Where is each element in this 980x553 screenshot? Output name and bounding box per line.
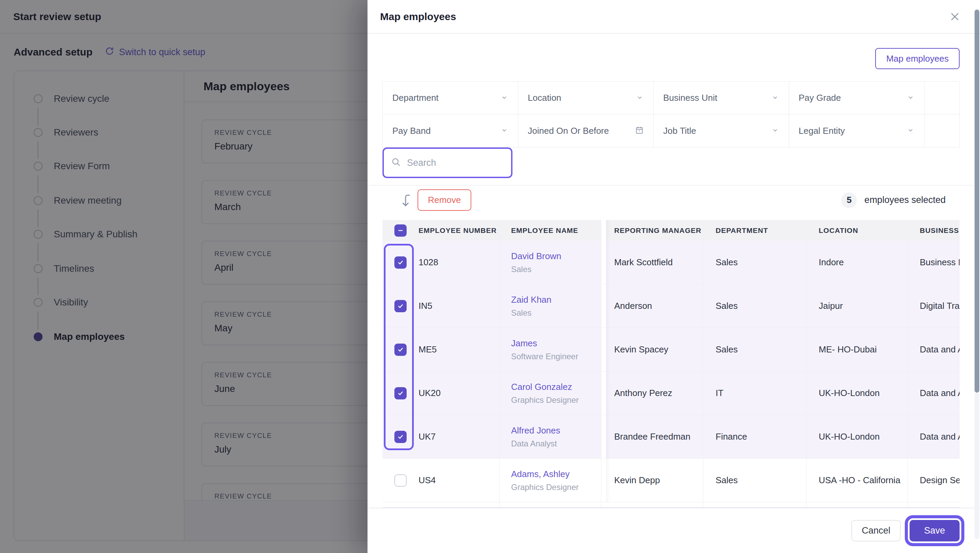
table-row: 1028 David Brown Sales Mark Scottfield S… [382,241,959,284]
employee-name-link[interactable]: Zaid Khan [511,295,552,305]
employee-role: Sales [511,265,531,274]
column-header-employee-number[interactable]: EMPLOYEE NUMBER [418,220,500,241]
map-employees-button[interactable]: Map employees [875,48,959,69]
table-row: IN5 Zaid Khan Sales Anderson Sales Jaipu… [382,284,959,328]
partial-table-row [382,502,959,508]
chevron-down-icon [907,126,915,135]
row-checkbox[interactable] [382,371,418,415]
filter-department[interactable]: Department [383,82,518,115]
row-checkbox[interactable] [382,241,418,284]
close-icon[interactable] [949,11,961,23]
row-checkbox[interactable] [382,459,418,502]
employee-number: IN5 [418,284,500,328]
frozen-column-gap [601,371,606,415]
filter-location[interactable]: Location [518,82,654,115]
location: UK-HO-London [806,371,907,415]
employee-name-link[interactable]: James [511,338,537,349]
filter-business-unit[interactable]: Business Unit [654,82,789,115]
business-unit: Design Se [907,459,959,502]
reporting-manager: Anthony Perez [606,371,703,415]
scrollbar-thumb[interactable] [975,10,979,393]
chevron-down-icon [636,93,644,103]
indeterminate-checkbox-icon [395,225,407,237]
row-checkbox[interactable] [382,284,418,328]
filter-legal-entity[interactable]: Legal Entity [789,115,924,147]
employee-name-link[interactable]: Alfred Jones [511,425,560,436]
table-row: ME5 James Software Engineer Kevin Spacey… [382,328,959,371]
search-icon [391,157,401,169]
filter-joined-on-or-before[interactable]: Joined On Or Before [518,115,654,147]
divider [368,185,973,186]
modal-title: Map employees [380,11,456,22]
filter-job-title[interactable]: Job Title [654,115,789,147]
employee-role: Data Analyst [511,439,557,448]
frozen-column-gap [601,328,606,371]
location: Indore [806,241,907,284]
reporting-manager: Kevin Spacey [606,328,703,371]
table-row: UK20 Carol Gonzalez Graphics Designer An… [382,371,959,415]
chevron-down-icon [500,93,508,103]
filter-pay-band[interactable]: Pay Band [383,115,518,147]
employee-name-cell: Carol Gonzalez Graphics Designer [500,371,601,415]
row-checkbox[interactable] [382,415,418,458]
employee-role: Graphics Designer [511,483,579,492]
map-employees-modal: Map employees Map employees Department L… [368,0,980,553]
cancel-button[interactable]: Cancel [851,520,901,542]
table-row: UK7 Alfred Jones Data Analyst Brandee Fr… [382,415,959,459]
department: Sales [703,459,806,502]
save-button[interactable]: Save [910,520,959,542]
frozen-column-gap [601,241,606,284]
column-header-reporting-manager[interactable]: REPORTING MANAGER [606,220,703,241]
employee-number: 1028 [418,241,500,284]
employee-name-cell: Adams, Ashley Graphics Designer [500,459,601,502]
move-down-icon[interactable] [400,193,414,210]
selected-text: employees selected [864,195,946,206]
location: USA -HO - California [806,459,907,502]
column-header-department[interactable]: DEPARTMENT [703,220,806,241]
employee-name-link[interactable]: Carol Gonzalez [511,382,572,392]
select-all-checkbox[interactable] [382,220,418,241]
scrollbar-track [975,393,979,539]
modal-header: Map employees [368,0,980,34]
employees-table: EMPLOYEE NUMBER EMPLOYEE NAME REPORTING … [382,220,959,508]
department: Sales [703,328,806,371]
selection-summary: 5 employees selected [841,189,946,211]
checked-checkbox-icon [395,387,407,399]
checked-checkbox-icon [395,257,407,269]
search-input[interactable] [407,158,504,168]
location: Jaipur [806,284,907,328]
selected-count-badge: 5 [841,193,857,208]
employee-role: Graphics Designer [511,395,579,405]
business-unit: Data and A [907,415,959,458]
department: IT [703,371,806,415]
modal-footer: Cancel Save [368,508,980,553]
column-header-employee-name[interactable]: EMPLOYEE NAME [500,220,601,241]
calendar-icon [635,126,644,136]
employee-name-link[interactable]: David Brown [511,251,561,261]
remove-button[interactable]: Remove [417,189,471,211]
column-header-business-unit[interactable]: BUSINESS UNIT [907,220,959,241]
unchecked-checkbox-icon [395,474,407,487]
frozen-column-gap [601,415,606,458]
filter-pay-grade[interactable]: Pay Grade [789,82,924,115]
business-unit: Business D [907,241,959,284]
reporting-manager: Kevin Depp [606,459,703,502]
chevron-down-icon [771,93,779,103]
column-header-location[interactable]: LOCATION [806,220,907,241]
checked-checkbox-icon [395,300,407,312]
checked-checkbox-icon [395,344,407,356]
reporting-manager: Anderson [606,284,703,328]
filter-filler-cell [924,115,959,147]
reporting-manager: Brandee Freedman [606,415,703,458]
employee-name-cell: David Brown Sales [500,241,601,284]
employee-name-link[interactable]: Adams, Ashley [511,469,570,480]
department: Sales [703,284,806,328]
filter-filler-cell [924,82,959,115]
table-row: US4 Adams, Ashley Graphics Designer Kevi… [382,459,959,502]
table-header-row: EMPLOYEE NUMBER EMPLOYEE NAME REPORTING … [382,220,959,241]
employee-role: Software Engineer [511,352,578,361]
location: UK-HO-London [806,415,907,458]
row-checkbox[interactable] [382,328,418,371]
employee-name-cell: James Software Engineer [500,328,601,371]
chevron-down-icon [500,126,508,135]
